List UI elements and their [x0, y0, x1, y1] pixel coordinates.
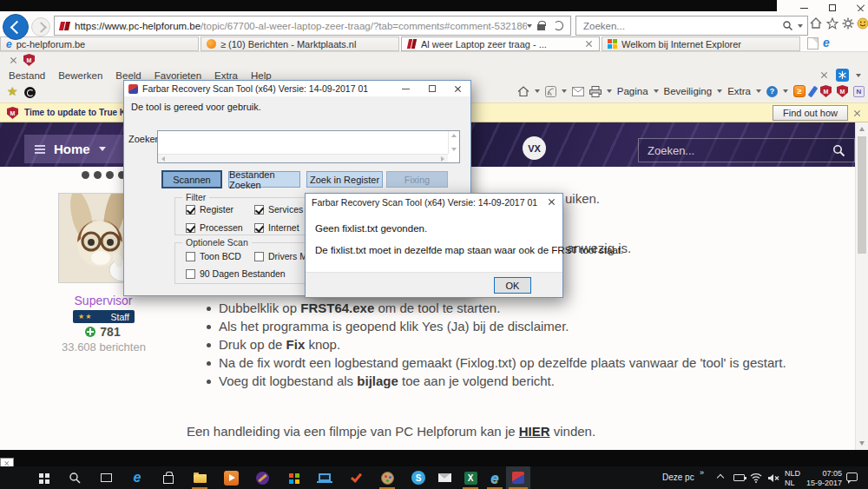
checkbox-icon[interactable]: [186, 205, 195, 215]
zoek-in-register-button[interactable]: Zoek in Register: [306, 171, 383, 188]
settings-gear-icon[interactable]: [842, 17, 854, 30]
extra-menu[interactable]: Extra: [727, 86, 751, 96]
excel-icon[interactable]: X: [461, 469, 480, 486]
truekey-icon[interactable]: [836, 69, 849, 82]
language-indicator[interactable]: NLDNL: [785, 469, 800, 487]
mail-icon[interactable]: [435, 469, 454, 486]
show-hidden-icons[interactable]: [717, 474, 724, 481]
feedback-smiley-icon[interactable]: [857, 17, 868, 30]
volume-muted-icon[interactable]: [767, 473, 779, 483]
search-icon[interactable]: [782, 20, 793, 31]
page-scrollbar[interactable]: [855, 122, 868, 450]
home-dropdown-icon[interactable]: [535, 89, 540, 93]
url-bar[interactable]: https://www.pc-helpforum.be /topic/67700…: [54, 16, 571, 36]
addon-star-icon[interactable]: ★: [7, 86, 18, 97]
internet-explorer-icon[interactable]: e: [485, 469, 504, 486]
frst-titlebar[interactable]: Farbar Recovery Scan Tool (x64) Versie: …: [124, 81, 470, 96]
task-view-icon[interactable]: [96, 469, 115, 486]
read-mail-icon[interactable]: [572, 87, 584, 96]
forum-search-box[interactable]: Zoeken...: [638, 138, 855, 162]
checkbox-internet[interactable]: Internet: [254, 222, 299, 233]
hier-link[interactable]: HIER: [519, 424, 550, 439]
pen-addon-icon[interactable]: [808, 85, 819, 97]
bestanden-zoeken-button[interactable]: Bestanden Zoeken: [228, 171, 300, 188]
back-button[interactable]: [3, 14, 29, 40]
skype-icon[interactable]: S: [409, 469, 428, 486]
windows-app-icon[interactable]: [284, 469, 303, 486]
checkbox-icon[interactable]: [254, 252, 264, 261]
checkbox-icon[interactable]: [186, 223, 195, 233]
pagina-dropdown-icon[interactable]: [654, 89, 659, 93]
tab-active-topic[interactable]: Al weer Laptop zeer traag - ...: [401, 36, 600, 51]
minimize-icon[interactable]: [800, 8, 808, 9]
forward-button[interactable]: [31, 17, 50, 36]
favorites-star-icon[interactable]: [826, 17, 838, 30]
checkbox-register[interactable]: Register: [186, 204, 233, 215]
dialog-titlebar[interactable]: Farbar Recovery Scan Tool (x64) Versie: …: [306, 194, 562, 210]
taskbar-search-icon[interactable]: [65, 469, 84, 486]
browser-search-box[interactable]: Zoeken...: [575, 16, 808, 36]
home-page-icon[interactable]: [517, 86, 529, 97]
maximize-icon[interactable]: [829, 4, 836, 11]
checkbox-icon[interactable]: [254, 223, 264, 233]
clock[interactable]: 07:0515-9-2017: [803, 469, 842, 487]
media-player-icon[interactable]: [221, 469, 240, 486]
checkbox-services[interactable]: Services: [254, 204, 303, 215]
paint-icon[interactable]: [378, 469, 397, 486]
battery-icon[interactable]: [733, 474, 745, 481]
frst-taskbar-icon[interactable]: [506, 466, 530, 489]
checkmark-app-icon[interactable]: [346, 469, 365, 486]
marktplaats-addon-icon[interactable]: ≥: [793, 85, 806, 97]
mcafee-security-icon[interactable]: M: [837, 85, 848, 97]
favorites-close-icon[interactable]: [10, 56, 18, 64]
frst-vertical-scrollbar[interactable]: [448, 131, 459, 154]
frst-maximize-icon[interactable]: [429, 85, 436, 92]
search-dropdown-icon[interactable]: [798, 24, 803, 28]
beveiliging-menu[interactable]: Beveiliging: [664, 86, 713, 96]
frst-horizontal-scrollbar[interactable]: [158, 154, 448, 162]
store-icon[interactable]: [159, 469, 178, 486]
action-center-icon[interactable]: [846, 472, 858, 481]
brush-app-icon[interactable]: [253, 469, 272, 486]
tab-marktplaats[interactable]: ≥ (10) Berichten - Marktplaats.nl: [201, 36, 399, 51]
tab-close-icon[interactable]: [586, 40, 594, 48]
print-icon[interactable]: [589, 86, 602, 97]
laptop-app-icon[interactable]: [315, 469, 334, 486]
dialog-close-icon[interactable]: [549, 198, 556, 206]
menu-bewerken[interactable]: Bewerken: [58, 70, 102, 81]
overflow-chevron[interactable]: »: [700, 468, 704, 477]
print-dropdown-icon[interactable]: [607, 89, 612, 93]
refresh-icon[interactable]: [554, 21, 563, 30]
start-button[interactable]: [34, 469, 53, 486]
truekey-close-icon[interactable]: [821, 71, 829, 79]
checkbox-icon[interactable]: [254, 205, 264, 215]
deze-pc-label[interactable]: Deze pc: [662, 472, 694, 482]
find-out-how-button[interactable]: Find out how: [773, 105, 848, 121]
checkbox-toon-bcd[interactable]: Toon BCD: [186, 251, 241, 261]
file-explorer-icon[interactable]: [190, 469, 209, 486]
addon-disc-icon[interactable]: [24, 87, 36, 98]
checkbox-icon[interactable]: [186, 269, 195, 279]
extra-dropdown-icon[interactable]: [756, 89, 761, 93]
checkbox-icon[interactable]: [186, 252, 195, 261]
tab-pc-helpforum[interactable]: e pc-helpforum.be: [0, 36, 199, 51]
notification-close-icon[interactable]: [854, 109, 862, 117]
ok-button[interactable]: OK: [494, 277, 531, 294]
frst-minimize-icon[interactable]: [402, 89, 410, 89]
new-tab-button[interactable]: [807, 37, 819, 50]
url-dropdown-icon[interactable]: [527, 24, 532, 28]
pagina-menu[interactable]: Pagina: [617, 86, 648, 96]
frst-search-input[interactable]: [157, 130, 460, 163]
checkbox-processen[interactable]: Processen: [186, 222, 243, 233]
scannen-button[interactable]: Scannen: [162, 171, 221, 188]
mcafee-shield-icon[interactable]: M: [23, 54, 35, 66]
help-dropdown-icon[interactable]: [783, 89, 788, 93]
scrollbar-thumb[interactable]: [858, 136, 866, 254]
frst-close-icon[interactable]: [455, 85, 463, 93]
truekey-dropdown-icon[interactable]: [856, 74, 861, 77]
rss-feed-icon[interactable]: [545, 86, 556, 97]
tab-welkom-ie[interactable]: Welkom bij Internet Explorer: [602, 36, 800, 51]
help-icon[interactable]: ?: [766, 86, 778, 97]
checkbox-90-dagen[interactable]: 90 Dagen Bestanden: [186, 268, 286, 279]
onenote-addon-icon[interactable]: N: [853, 86, 865, 97]
